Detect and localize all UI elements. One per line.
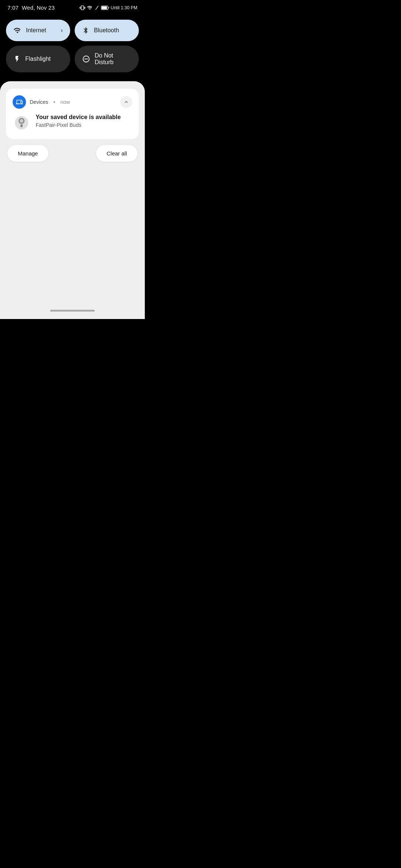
- notification-panel: Devices • now Your: [0, 81, 145, 304]
- internet-label: Internet: [26, 27, 56, 34]
- battery-icon: [101, 6, 109, 10]
- flashlight-icon: [13, 55, 21, 63]
- quick-tiles-grid: Internet › Bluetooth Flashlight Do Not D…: [0, 14, 145, 81]
- status-icons: Until 1:30 PM: [79, 5, 137, 11]
- dnd-label: Do Not Disturb: [95, 52, 131, 66]
- flashlight-label: Flashlight: [25, 56, 63, 62]
- bluetooth-tile[interactable]: Bluetooth: [75, 20, 139, 41]
- dnd-tile[interactable]: Do Not Disturb: [75, 46, 139, 72]
- pixel-buds-icon: [13, 114, 30, 132]
- flashlight-tile[interactable]: Flashlight: [6, 46, 70, 72]
- svg-point-6: [20, 119, 23, 123]
- home-indicator[interactable]: [50, 310, 95, 312]
- notification-header: Devices • now: [13, 95, 132, 109]
- action-buttons: Manage Clear all: [6, 145, 139, 162]
- svg-rect-1: [102, 6, 107, 9]
- bluetooth-label: Bluetooth: [94, 27, 131, 34]
- dnd-icon: [82, 55, 90, 63]
- status-bar: 7:07 Wed, Nov 23 Until 1:30 PM: [0, 0, 145, 14]
- notification-body: Your saved device is available FastPair-…: [13, 114, 132, 132]
- clear-all-button[interactable]: Clear all: [96, 145, 137, 162]
- battery-text: Until 1:30 PM: [111, 5, 137, 10]
- bottom-bar: [0, 304, 145, 319]
- svg-rect-7: [20, 124, 23, 127]
- notification-header-left: Devices • now: [13, 95, 70, 109]
- devices-app-icon: [13, 95, 26, 109]
- internet-chevron-icon: ›: [61, 27, 63, 34]
- vibrate-icon: [79, 5, 85, 11]
- notif-app-name: Devices: [30, 99, 48, 105]
- notification-card: Devices • now Your: [6, 89, 139, 139]
- internet-tile[interactable]: Internet ›: [6, 20, 70, 41]
- notif-time: now: [61, 99, 70, 105]
- notif-subtitle: FastPair-Pixel Buds: [36, 122, 132, 128]
- signal-icon: [94, 5, 100, 11]
- wifi-icon: [13, 26, 22, 34]
- wifi-status-icon: [87, 5, 93, 11]
- notification-text: Your saved device is available FastPair-…: [36, 114, 132, 128]
- status-time-date: 7:07 Wed, Nov 23: [7, 4, 55, 11]
- notif-separator: •: [53, 99, 55, 105]
- manage-button[interactable]: Manage: [7, 145, 48, 162]
- chevron-up-icon: [123, 99, 129, 105]
- bluetooth-icon: [82, 26, 89, 34]
- notification-expand-button[interactable]: [120, 96, 132, 108]
- notif-title: Your saved device is available: [36, 114, 132, 121]
